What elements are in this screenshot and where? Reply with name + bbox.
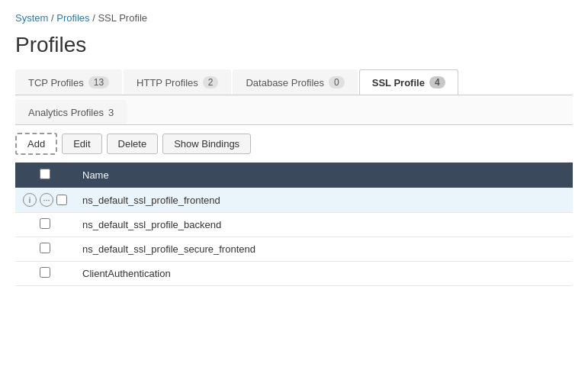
row-name: ns_default_ssl_profile_frontend — [75, 188, 573, 213]
row-actions-cell — [15, 237, 75, 262]
row-name: ns_default_ssl_profile_secure_frontend — [75, 237, 573, 262]
show-bindings-button[interactable]: Show Bindings — [162, 134, 251, 154]
row-actions-cell — [15, 262, 75, 286]
profiles-table: Name i···ns_default_ssl_profile_frontend… — [15, 163, 573, 286]
table-header-row: Name — [15, 163, 573, 188]
tab-database-count: 0 — [329, 76, 345, 89]
tab-tcp[interactable]: TCP Profiles 13 — [15, 69, 122, 95]
table-row: i···ns_default_ssl_profile_frontend — [15, 188, 573, 213]
tab-http-label: HTTP Profiles — [137, 77, 198, 89]
edit-button[interactable]: Edit — [62, 134, 101, 154]
tab-analytics-label: Analytics Profiles — [28, 107, 104, 118]
row-name: ClientAuthentication — [75, 262, 573, 286]
table-row: ClientAuthentication — [15, 262, 573, 286]
tab-tcp-count: 13 — [88, 76, 109, 89]
breadcrumb-sep1: / — [51, 12, 54, 24]
row-icon-group: i··· — [23, 193, 67, 207]
row-checkbox[interactable] — [40, 267, 50, 278]
row-checkbox[interactable] — [56, 195, 67, 205]
row-checkbox[interactable] — [40, 218, 50, 229]
row-name: ns_default_ssl_profile_backend — [75, 213, 573, 237]
add-button[interactable]: Add — [15, 133, 57, 155]
row-actions-cell: i··· — [15, 188, 75, 213]
header-checkbox-cell — [15, 163, 75, 188]
tab-tcp-label: TCP Profiles — [28, 77, 84, 89]
tab-http[interactable]: HTTP Profiles 2 — [124, 69, 231, 95]
delete-button[interactable]: Delete — [107, 134, 159, 154]
tab-ssl[interactable]: SSL Profile 4 — [359, 69, 458, 95]
main-tabs: TCP Profiles 13 HTTP Profiles 2 Database… — [15, 69, 573, 95]
tab-analytics-count: 3 — [108, 107, 114, 118]
tab-database-label: Database Profiles — [246, 77, 324, 89]
row-checkbox[interactable] — [40, 243, 50, 253]
breadcrumb-system[interactable]: System — [15, 12, 48, 24]
table-row: ns_default_ssl_profile_secure_frontend — [15, 237, 573, 262]
breadcrumb: System / Profiles / SSL Profile — [15, 12, 573, 24]
secondary-tabs: Analytics Profiles 3 — [15, 95, 573, 125]
tab-http-count: 2 — [203, 76, 219, 89]
breadcrumb-profiles[interactable]: Profiles — [56, 12, 89, 24]
breadcrumb-sep2: / — [92, 12, 95, 24]
info-icon[interactable]: i — [23, 193, 37, 207]
tab-database[interactable]: Database Profiles 0 — [233, 69, 357, 95]
more-options-icon[interactable]: ··· — [40, 193, 53, 207]
tab-ssl-label: SSL Profile — [372, 77, 425, 89]
tab-analytics[interactable]: Analytics Profiles 3 — [15, 100, 127, 124]
breadcrumb-ssl-profile: SSL Profile — [98, 12, 147, 24]
tab-ssl-count: 4 — [429, 76, 445, 89]
page-title: Profiles — [15, 33, 573, 57]
select-all-checkbox[interactable] — [40, 169, 50, 179]
row-actions-cell — [15, 213, 75, 237]
toolbar: Add Edit Delete Show Bindings — [15, 125, 573, 163]
header-name: Name — [75, 163, 573, 188]
table-row: ns_default_ssl_profile_backend — [15, 213, 573, 237]
